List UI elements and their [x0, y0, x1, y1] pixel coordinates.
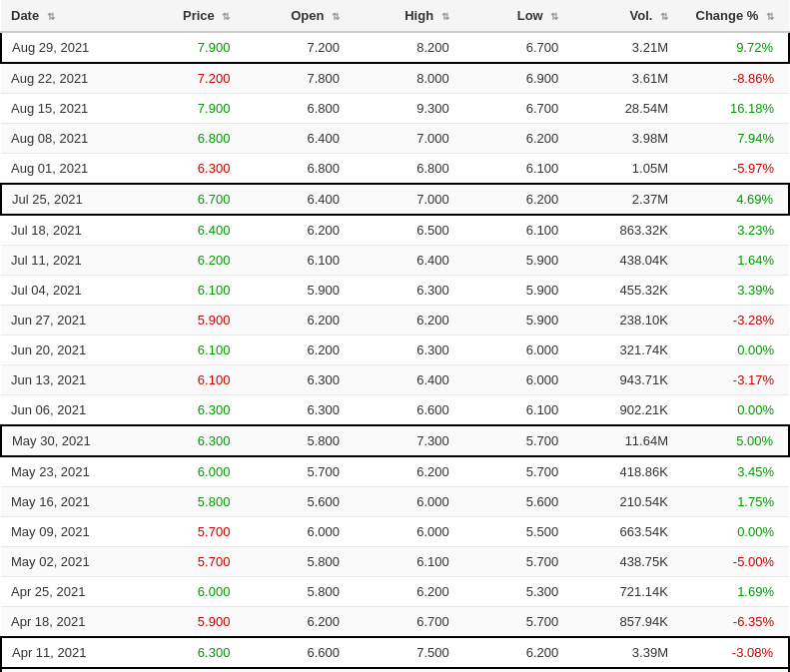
cell-price: 7.900: [131, 32, 241, 63]
cell-vol: 238.10K: [568, 306, 678, 336]
table-row[interactable]: Aug 08, 2021 6.800 6.400 7.000 6.200 3.9…: [1, 124, 789, 154]
sort-icon-high[interactable]: ⇅: [441, 11, 449, 22]
header-low[interactable]: Low ⇅: [459, 0, 569, 32]
cell-price: 5.700: [131, 547, 241, 577]
cell-high: 8.200: [350, 32, 459, 63]
cell-low: 5.300: [459, 577, 569, 607]
cell-date: May 09, 2021: [1, 517, 131, 547]
sort-icon-price[interactable]: ⇅: [222, 11, 230, 22]
cell-open: 6.100: [240, 246, 350, 276]
cell-open: 6.400: [240, 184, 350, 215]
cell-change: 7.94%: [678, 124, 789, 154]
table-row[interactable]: Aug 29, 2021 7.900 7.200 8.200 6.700 3.2…: [1, 32, 789, 63]
cell-open: 6.200: [240, 215, 350, 246]
cell-low: 6.100: [459, 215, 569, 246]
historical-data-table: Date ⇅ Price ⇅ Open ⇅ High ⇅ Low ⇅ Vol. …: [0, 0, 790, 672]
header-open[interactable]: Open ⇅: [240, 0, 350, 32]
cell-date: Aug 01, 2021: [1, 154, 131, 185]
cell-date: Apr 11, 2021: [1, 637, 131, 668]
table-row[interactable]: Jul 18, 2021 6.400 6.200 6.500 6.100 863…: [1, 215, 789, 246]
cell-price: 6.100: [131, 336, 241, 365]
cell-vol: 3.23M: [568, 668, 678, 672]
cell-change: 5.00%: [678, 425, 789, 456]
table-row[interactable]: May 23, 2021 6.000 5.700 6.200 5.700 418…: [1, 456, 789, 487]
cell-date: Aug 22, 2021: [1, 63, 131, 94]
cell-vol: 2.37M: [568, 184, 678, 215]
table-row[interactable]: Jun 06, 2021 6.300 6.300 6.600 6.100 902…: [1, 395, 789, 426]
cell-low: 6.200: [459, 637, 569, 668]
cell-vol: 663.54K: [568, 517, 678, 547]
table-row[interactable]: Jun 27, 2021 5.900 6.200 6.200 5.900 238…: [1, 306, 789, 336]
header-change[interactable]: Change % ⇅: [678, 0, 789, 32]
cell-open: 7.200: [240, 32, 350, 63]
cell-open: 6.200: [240, 607, 350, 638]
header-price[interactable]: Price ⇅: [131, 0, 241, 32]
cell-change: 22.64%: [678, 668, 789, 672]
cell-price: 6.100: [131, 365, 241, 395]
header-vol[interactable]: Vol. ⇅: [568, 0, 678, 32]
header-price-label: Price: [183, 8, 215, 23]
cell-date: May 30, 2021: [1, 425, 131, 456]
table-row[interactable]: Apr 25, 2021 6.000 5.800 6.200 5.300 721…: [1, 577, 789, 607]
table-row[interactable]: May 16, 2021 5.800 5.600 6.000 5.600 210…: [1, 487, 789, 517]
cell-change: -3.08%: [678, 637, 789, 668]
cell-open: 6.800: [240, 94, 350, 124]
table-row[interactable]: Aug 15, 2021 7.900 6.800 9.300 6.700 28.…: [1, 94, 789, 124]
table-row[interactable]: Apr 18, 2021 5.900 6.200 6.700 5.700 857…: [1, 607, 789, 638]
cell-price: 6.000: [131, 456, 241, 487]
cell-change: 9.72%: [678, 32, 789, 63]
cell-low: 5.900: [459, 276, 569, 306]
table-row[interactable]: May 02, 2021 5.700 5.800 6.100 5.700 438…: [1, 547, 789, 577]
cell-open: 5.800: [240, 425, 350, 456]
cell-vol: 438.04K: [568, 246, 678, 276]
cell-price: 6.300: [131, 425, 241, 456]
cell-vol: 3.21M: [568, 32, 678, 63]
cell-high: 6.400: [350, 365, 459, 395]
cell-price: 6.300: [131, 395, 241, 426]
table-row[interactable]: Apr 11, 2021 6.300 6.600 7.500 6.200 3.3…: [1, 637, 789, 668]
cell-date: Aug 29, 2021: [1, 32, 131, 63]
cell-low: 6.900: [459, 63, 569, 94]
sort-icon-open[interactable]: ⇅: [332, 11, 340, 22]
cell-high: 9.300: [350, 94, 459, 124]
table-row[interactable]: Jun 20, 2021 6.100 6.200 6.300 6.000 321…: [1, 336, 789, 365]
cell-open: 5.600: [240, 487, 350, 517]
cell-price: 6.100: [131, 276, 241, 306]
cell-open: 6.400: [240, 124, 350, 154]
header-open-label: Open: [291, 8, 324, 23]
sort-icon-vol[interactable]: ⇅: [660, 11, 668, 22]
cell-date: Jun 13, 2021: [1, 365, 131, 395]
table-row[interactable]: Aug 01, 2021 6.300 6.800 6.800 6.100 1.0…: [1, 154, 789, 185]
cell-price: 6.500: [131, 668, 241, 672]
table-row[interactable]: Jul 25, 2021 6.700 6.400 7.000 6.200 2.3…: [1, 184, 789, 215]
cell-low: 5.500: [459, 517, 569, 547]
cell-vol: 1.05M: [568, 154, 678, 185]
cell-vol: 210.54K: [568, 487, 678, 517]
table-row[interactable]: Jun 13, 2021 6.100 6.300 6.400 6.000 943…: [1, 365, 789, 395]
cell-high: 6.000: [350, 487, 459, 517]
sort-icon-low[interactable]: ⇅: [550, 11, 558, 22]
table-row[interactable]: Jul 04, 2021 6.100 5.900 6.300 5.900 455…: [1, 276, 789, 306]
sort-icon-date[interactable]: ⇅: [47, 11, 55, 22]
table-row[interactable]: Aug 22, 2021 7.200 7.800 8.000 6.900 3.6…: [1, 63, 789, 94]
cell-price: 5.700: [131, 517, 241, 547]
table-row[interactable]: May 30, 2021 6.300 5.800 7.300 5.700 11.…: [1, 425, 789, 456]
header-high[interactable]: High ⇅: [350, 0, 459, 32]
header-date[interactable]: Date ⇅: [1, 0, 131, 32]
cell-low: 6.700: [459, 32, 569, 63]
cell-high: 7.000: [350, 184, 459, 215]
table-row[interactable]: May 09, 2021 5.700 6.000 6.000 5.500 663…: [1, 517, 789, 547]
cell-date: Jun 20, 2021: [1, 336, 131, 365]
cell-change: 4.69%: [678, 184, 789, 215]
cell-high: 6.400: [350, 246, 459, 276]
cell-low: 6.000: [459, 336, 569, 365]
cell-date: May 23, 2021: [1, 456, 131, 487]
cell-low: 5.900: [459, 246, 569, 276]
table-row[interactable]: Jul 11, 2021 6.200 6.100 6.400 5.900 438…: [1, 246, 789, 276]
cell-price: 5.800: [131, 487, 241, 517]
cell-change: 1.64%: [678, 246, 789, 276]
cell-vol: 3.98M: [568, 124, 678, 154]
cell-high: 6.200: [350, 456, 459, 487]
sort-icon-change[interactable]: ⇅: [766, 11, 774, 22]
table-row[interactable]: Apr 04, 2021 6.500 5.400 6.600 5.100 3.2…: [1, 668, 789, 672]
